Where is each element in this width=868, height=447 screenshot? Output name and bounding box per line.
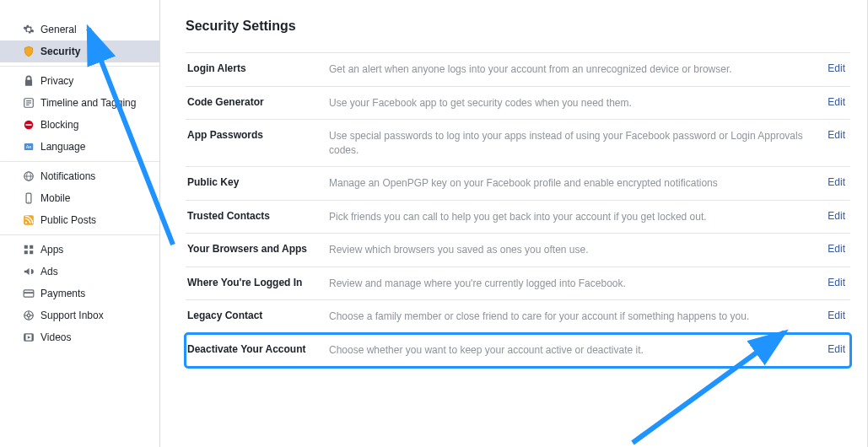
edit-link-where-you-re-logged-in[interactable]: Edit [821, 277, 845, 288]
sidebar-item-label: Privacy [40, 75, 73, 87]
sidebar-item-language[interactable]: AאLanguage [0, 136, 159, 158]
support-icon [22, 309, 35, 322]
shield-icon [22, 45, 35, 58]
sidebar-item-mobile[interactable]: Mobile [0, 187, 159, 209]
setting-row-your-browsers-and-apps[interactable]: Your Browsers and AppsReview which brows… [186, 234, 850, 267]
ads-icon [22, 265, 35, 278]
sidebar-item-label: Payments [40, 288, 85, 299]
settings-sidebar: GeneralSecurityPrivacyTimeline and Taggi… [0, 0, 160, 447]
setting-description: Choose whether you want to keep your acc… [329, 343, 821, 358]
sidebar-item-payments[interactable]: Payments [0, 283, 159, 304]
sidebar-item-videos[interactable]: Videos [0, 326, 159, 348]
videos-icon [22, 331, 35, 344]
svg-point-14 [25, 222, 27, 224]
sidebar-item-label: General [40, 24, 77, 35]
svg-point-12 [28, 202, 29, 202]
payments-icon [22, 287, 35, 300]
setting-row-app-passwords[interactable]: App PasswordsUse special passwords to lo… [186, 120, 850, 167]
setting-description: Use your Facebook app to get security co… [329, 96, 821, 110]
setting-row-public-key[interactable]: Public KeyManage an OpenPGP key on your … [186, 167, 850, 201]
setting-description: Review which browsers you saved as ones … [329, 243, 821, 257]
svg-rect-29 [32, 334, 34, 341]
sidebar-item-ads[interactable]: Ads [0, 261, 159, 283]
svg-point-22 [27, 314, 30, 317]
setting-title: Where You're Logged In [187, 277, 329, 288]
sidebar-item-label: Support Inbox [40, 310, 104, 321]
timeline-icon [22, 96, 35, 110]
edit-link-code-generator[interactable]: Edit [821, 96, 845, 108]
sidebar-item-timeline-and-tagging[interactable]: Timeline and Tagging [0, 92, 159, 114]
svg-text:Aא: Aא [26, 144, 32, 149]
edit-link-trusted-contacts[interactable]: Edit [821, 210, 845, 222]
setting-description: Choose a family member or close friend t… [329, 310, 821, 324]
sidebar-item-label: Videos [40, 331, 71, 343]
svg-rect-16 [30, 245, 33, 249]
setting-row-where-you-re-logged-in[interactable]: Where You're Logged InReview and manage … [186, 267, 850, 301]
language-icon: Aא [22, 140, 35, 153]
sidebar-item-label: Security [40, 46, 80, 57]
sidebar-item-label: Public Posts [40, 214, 96, 226]
page-title: Security Settings [186, 19, 850, 34]
setting-description: Pick friends you can call to help you ge… [329, 210, 821, 224]
sidebar-item-label: Blocking [40, 119, 78, 131]
setting-title: Public Key [187, 176, 329, 188]
setting-row-deactivate-your-account[interactable]: Deactivate Your AccountChoose whether yo… [186, 334, 850, 368]
setting-description: Review and manage where you're currently… [329, 277, 821, 291]
sidebar-item-privacy[interactable]: Privacy [0, 70, 159, 92]
sidebar-item-label: Timeline and Tagging [40, 97, 136, 109]
sidebar-item-public-posts[interactable]: Public Posts [0, 209, 159, 231]
svg-marker-30 [28, 336, 31, 339]
sidebar-item-apps[interactable]: Apps [0, 239, 159, 261]
lock-icon [22, 74, 35, 88]
setting-row-trusted-contacts[interactable]: Trusted ContactsPick friends you can cal… [186, 201, 850, 234]
sidebar-item-label: Notifications [40, 170, 95, 182]
svg-rect-28 [24, 334, 26, 341]
svg-rect-5 [26, 124, 32, 126]
edit-link-public-key[interactable]: Edit [821, 176, 845, 188]
sidebar-item-general[interactable]: General [0, 19, 159, 40]
sidebar-item-label: Ads [40, 266, 58, 277]
edit-link-your-browsers-and-apps[interactable]: Edit [821, 243, 845, 255]
apps-icon [22, 243, 35, 256]
sidebar-item-support-inbox[interactable]: Support Inbox [0, 304, 159, 326]
sidebar-item-security[interactable]: Security [0, 40, 159, 62]
setting-description: Manage an OpenPGP key on your Facebook p… [329, 176, 821, 191]
svg-rect-18 [30, 250, 33, 254]
edit-link-app-passwords[interactable]: Edit [821, 129, 845, 141]
main-content: Security Settings Login AlertsGet an ale… [160, 0, 868, 447]
setting-row-login-alerts[interactable]: Login AlertsGet an alert when anyone log… [186, 53, 850, 87]
svg-rect-17 [24, 250, 28, 254]
setting-title: Legacy Contact [187, 310, 329, 321]
setting-title: Code Generator [187, 96, 329, 108]
sidebar-item-blocking[interactable]: Blocking [0, 114, 159, 136]
sidebar-item-label: Language [40, 141, 85, 153]
gear-icon [22, 23, 35, 36]
block-icon [22, 118, 35, 132]
setting-row-legacy-contact[interactable]: Legacy ContactChoose a family member or … [186, 300, 850, 334]
rss-icon [22, 213, 35, 227]
setting-title: Trusted Contacts [187, 210, 329, 222]
sidebar-item-label: Apps [40, 244, 63, 256]
edit-link-deactivate-your-account[interactable]: Edit [821, 343, 845, 355]
setting-title: Your Browsers and Apps [187, 243, 329, 255]
edit-link-legacy-contact[interactable]: Edit [821, 310, 845, 321]
setting-title: Login Alerts [187, 62, 329, 74]
sidebar-item-label: Mobile [40, 192, 70, 204]
sidebar-item-notifications[interactable]: Notifications [0, 165, 159, 187]
svg-rect-15 [24, 245, 28, 249]
settings-list: Login AlertsGet an alert when anyone log… [186, 52, 850, 367]
globe-icon [22, 170, 35, 183]
setting-title: App Passwords [187, 129, 329, 141]
mobile-icon [22, 191, 35, 205]
setting-title: Deactivate Your Account [187, 343, 329, 355]
setting-description: Get an alert when anyone logs into your … [329, 62, 821, 77]
svg-rect-20 [24, 292, 34, 294]
setting-description: Use special passwords to log into your a… [329, 129, 821, 157]
edit-link-login-alerts[interactable]: Edit [821, 62, 845, 74]
setting-row-code-generator[interactable]: Code GeneratorUse your Facebook app to g… [186, 87, 850, 121]
